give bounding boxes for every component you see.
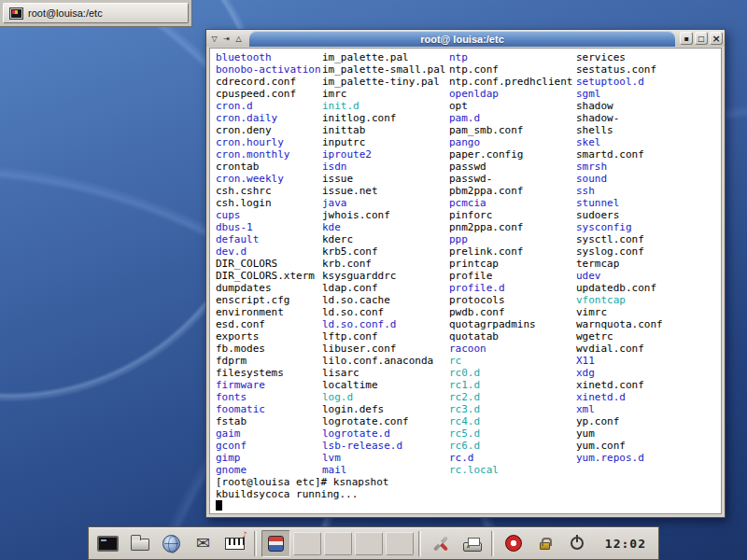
file-entry: cron.hourly xyxy=(216,136,322,148)
file-entry: sestatus.conf xyxy=(576,63,716,76)
file-entry: fdprm xyxy=(216,355,322,367)
top-taskbar: root@louisa:/etc xyxy=(0,0,192,27)
desktop-background: root@louisa:/etc ▽ ⇥ △ root@ louisa:/etc… xyxy=(0,0,747,560)
file-entry: cron.weekly xyxy=(216,173,322,185)
folder-icon xyxy=(131,539,149,551)
tools-icon xyxy=(430,534,450,553)
file-entry: krb.conf xyxy=(322,258,449,270)
mail-launcher[interactable]: ✉ xyxy=(189,530,218,557)
panel-separator xyxy=(254,531,257,556)
file-entry: iproute2 xyxy=(322,148,449,161)
file-entry: openldap xyxy=(449,88,576,100)
file-entry: fonts xyxy=(216,391,322,403)
file-entry: bonobo-activation xyxy=(216,63,322,76)
file-entry: syslog.conf xyxy=(576,245,716,258)
file-entry: exports xyxy=(216,330,322,343)
file-entry: vfontcap xyxy=(576,294,716,306)
file-entry: crontab xyxy=(216,161,322,173)
close-button[interactable]: × xyxy=(710,32,723,45)
file-column: servicessestatus.confsetuptool.dsgmlshad… xyxy=(576,51,716,476)
web-browser-launcher[interactable] xyxy=(157,530,186,557)
file-entry: ld.so.conf xyxy=(322,306,449,318)
file-entry: xml xyxy=(576,403,716,415)
file-entry: rc3.d xyxy=(449,403,576,415)
file-entry: logrotate.conf xyxy=(322,415,449,427)
file-entry: DIR_COLORS xyxy=(216,258,322,270)
file-entry: udev xyxy=(576,270,716,282)
file-entry: ssh xyxy=(576,185,716,197)
file-entry: prelink.conf xyxy=(449,245,576,258)
file-entry: pwdb.conf xyxy=(449,306,576,318)
file-entry: ntp.conf xyxy=(449,63,576,76)
file-entry: java xyxy=(322,197,449,209)
file-entry: quotagrpadmins xyxy=(449,318,576,330)
file-entry: ksysguarddrc xyxy=(322,270,449,282)
file-entry: pam_smb.conf xyxy=(449,124,576,136)
file-entry: wvdial.conf xyxy=(576,343,716,355)
file-entry: cups xyxy=(216,209,322,221)
file-entry: rc xyxy=(449,355,576,367)
update-notifier-button[interactable] xyxy=(499,530,528,557)
terminal-screen[interactable]: bluetoothbonobo-activationcdrecord.confc… xyxy=(209,48,722,514)
file-entry: gconf xyxy=(216,440,322,452)
file-entry: cron.d xyxy=(216,100,322,112)
file-entry: cron.daily xyxy=(216,112,322,124)
terminal-cursor xyxy=(216,500,222,511)
panel-separator xyxy=(418,531,421,556)
system-tools-launcher[interactable] xyxy=(426,530,455,557)
shade-icon[interactable]: △ xyxy=(233,32,245,46)
tab-arrow-icon[interactable]: ⇥ xyxy=(220,32,233,46)
printer-launcher[interactable] xyxy=(458,530,486,557)
file-entry: pinforc xyxy=(449,209,576,221)
taskbar-window-button[interactable]: root@louisa:/etc xyxy=(3,3,189,23)
konsole-window: ▽ ⇥ △ root@ louisa:/etc ▪ □ × bluetoothb… xyxy=(205,29,726,518)
file-entry: gaim xyxy=(216,427,322,440)
file-entry: xdg xyxy=(576,367,716,379)
file-entry: services xyxy=(576,51,716,63)
file-entry: environment xyxy=(216,306,322,318)
file-listing: bluetoothbonobo-activationcdrecord.confc… xyxy=(216,51,721,476)
menu-arrow-icon[interactable]: ▽ xyxy=(208,32,220,46)
file-entry: yum.conf xyxy=(576,440,716,452)
minimize-button[interactable]: ▪ xyxy=(680,32,693,45)
file-entry: shadow xyxy=(576,100,716,112)
file-entry: foomatic xyxy=(216,403,322,415)
panel-items: ✉12:02 xyxy=(93,530,654,557)
file-entry: ntp.conf.predhclient xyxy=(449,76,576,88)
file-entry: login.defs xyxy=(322,403,449,415)
file-entry: yum xyxy=(576,427,716,440)
file-entry: log.d xyxy=(322,391,449,403)
terminal-launcher[interactable] xyxy=(93,530,122,557)
active-task-button[interactable] xyxy=(261,530,290,557)
panel-clock[interactable]: 12:02 xyxy=(598,537,654,551)
konsole-task-icon xyxy=(268,536,284,552)
titlebar[interactable]: ▽ ⇥ △ root@ louisa:/etc ▪ □ × xyxy=(206,30,725,47)
file-entry: im_palette-tiny.pal xyxy=(322,76,449,88)
file-entry: rc2.d xyxy=(449,391,576,403)
file-manager-launcher[interactable] xyxy=(125,530,154,557)
lock-screen-button[interactable] xyxy=(530,530,559,557)
maximize-button[interactable]: □ xyxy=(695,32,708,45)
window-title: root@ louisa:/etc xyxy=(249,31,675,47)
file-entry: shadow- xyxy=(576,112,716,124)
file-entry: DIR_COLORS.xterm xyxy=(216,270,322,282)
logout-button[interactable] xyxy=(562,530,591,557)
file-entry: krb5.conf xyxy=(322,245,449,258)
file-entry: ld.so.conf.d xyxy=(322,318,449,330)
file-entry: rc0.d xyxy=(449,367,576,379)
file-entry: jwhois.conf xyxy=(322,209,449,221)
file-entry: firmware xyxy=(216,379,322,391)
titlebar-left-buttons: ▽ ⇥ △ xyxy=(208,32,245,46)
file-entry: lsb-release.d xyxy=(322,440,449,452)
file-entry: ld.so.cache xyxy=(322,294,449,306)
file-entry: sysconfig xyxy=(576,221,716,233)
file-entry: pcmcia xyxy=(449,197,576,209)
file-entry: inputrc xyxy=(322,136,449,148)
file-entry: kde xyxy=(322,221,449,233)
file-entry: kderc xyxy=(322,233,449,245)
lock-icon xyxy=(540,542,550,550)
file-entry: shells xyxy=(576,124,716,136)
multimedia-launcher[interactable] xyxy=(220,530,249,557)
file-entry: lvm xyxy=(322,452,449,464)
file-entry: ntp xyxy=(449,51,576,63)
